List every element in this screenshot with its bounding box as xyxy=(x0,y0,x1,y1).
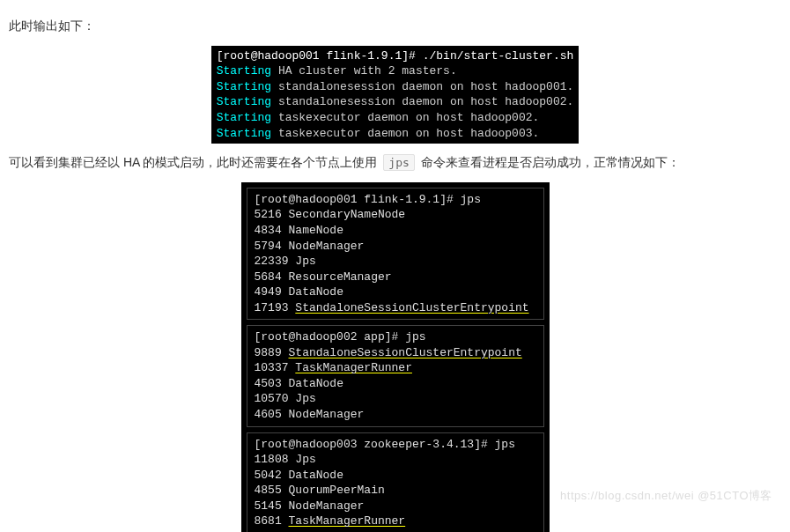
terminal-output-1-wrap: [root@hadoop001 flink-1.9.1]# ./bin/star… xyxy=(9,46,781,144)
jps-line: 8681 TaskManagerRunner xyxy=(255,514,536,529)
jps-line: 9889 StandaloneSessionClusterEntrypoint xyxy=(255,345,536,361)
terminal-line: Starting taskexecutor daemon on host had… xyxy=(217,110,574,126)
process-pid: 10337 xyxy=(255,361,289,374)
terminal-line: Starting HA cluster with 2 masters. xyxy=(217,63,574,79)
process-pid: 22339 xyxy=(255,255,289,268)
terminal-line-text: standalonesession daemon on host hadoop0… xyxy=(278,95,573,108)
terminal-line-text: HA cluster with 2 masters. xyxy=(278,64,457,78)
starting-keyword: Starting xyxy=(217,111,271,124)
terminal-prompt: [root@hadoop001 flink-1.9.1]# jps xyxy=(255,192,536,208)
process-pid: 11808 xyxy=(255,453,289,466)
process-pid: 4605 xyxy=(255,408,282,421)
process-name: TaskManagerRunner xyxy=(289,514,406,528)
terminal-prompt: [root@hadoop003 zookeeper-3.4.13]# jps xyxy=(255,437,536,453)
jps-line: 5042 DataNode xyxy=(255,468,536,484)
inline-code-jps: jps xyxy=(383,154,414,171)
process-name: Jps xyxy=(295,453,315,466)
terminal-line: Starting standalonesession daemon on hos… xyxy=(217,79,574,95)
process-name: NodeManager xyxy=(289,240,365,253)
jps-line: 4855 QuorumPeerMain xyxy=(255,483,536,499)
starting-keyword: Starting xyxy=(217,95,271,108)
jps-panel-hadoop003: [root@hadoop003 zookeeper-3.4.13]# jps11… xyxy=(247,432,544,532)
jps-line: 10337 TaskManagerRunner xyxy=(255,360,536,376)
process-pid: 4855 xyxy=(255,484,282,497)
process-name: StandaloneSessionClusterEntrypoint xyxy=(289,346,522,359)
terminal-output-2: [root@hadoop001 flink-1.9.1]# jps5216 Se… xyxy=(241,182,550,532)
terminal-line: Starting taskexecutor daemon on host had… xyxy=(217,126,574,142)
mid-text-b: 命令来查看进程是否启动成功，正常情况如下： xyxy=(421,155,680,169)
starting-keyword: Starting xyxy=(217,127,271,140)
process-name: SecondaryNameNode xyxy=(289,208,406,221)
process-name: Jps xyxy=(295,392,315,405)
process-pid: 5684 xyxy=(255,270,282,284)
process-name: ResourceManager xyxy=(289,270,392,284)
jps-line: 17193 StandaloneSessionClusterEntrypoint xyxy=(255,300,536,316)
process-pid: 4949 xyxy=(255,285,282,299)
process-name: NodeManager xyxy=(289,499,365,513)
process-name: StandaloneSessionClusterEntrypoint xyxy=(295,301,528,314)
process-pid: 5145 xyxy=(255,499,282,513)
terminal-line-text: taskexecutor daemon on host hadoop003. xyxy=(278,127,539,140)
jps-line: 5145 NodeManager xyxy=(255,499,536,514)
terminal-prompt: [root@hadoop001 flink-1.9.1]# ./bin/star… xyxy=(217,48,574,64)
process-pid: 5794 xyxy=(255,240,282,253)
jps-line: 5216 SecondaryNameNode xyxy=(255,207,536,223)
intro-text: 此时输出如下： xyxy=(9,16,781,37)
terminal-output-2-wrap: [root@hadoop001 flink-1.9.1]# jps5216 Se… xyxy=(9,182,781,532)
process-pid: 10570 xyxy=(255,392,289,405)
process-pid: 5216 xyxy=(255,208,282,221)
process-pid: 5042 xyxy=(255,469,282,482)
process-pid: 4834 xyxy=(255,224,282,237)
process-name: NodeManager xyxy=(289,408,365,421)
jps-line: 5794 NodeManager xyxy=(255,239,536,255)
terminal-prompt: [root@hadoop002 app]# jps xyxy=(255,329,536,345)
jps-line: 4605 NodeManager xyxy=(255,407,536,423)
process-name: Jps xyxy=(295,255,315,268)
process-pid: 17193 xyxy=(255,301,289,314)
process-pid: 8681 xyxy=(255,514,282,528)
jps-line: 4503 DataNode xyxy=(255,376,536,392)
terminal-line: Starting standalonesession daemon on hos… xyxy=(217,94,574,110)
process-name: DataNode xyxy=(289,377,343,390)
mid-paragraph: 可以看到集群已经以 HA 的模式启动，此时还需要在各个节点上使用 jps 命令来… xyxy=(9,152,781,174)
jps-line: 22339 Jps xyxy=(255,254,536,270)
terminal-output-1: [root@hadoop001 flink-1.9.1]# ./bin/star… xyxy=(211,46,580,144)
jps-panel-hadoop002: [root@hadoop002 app]# jps9889 Standalone… xyxy=(247,325,544,426)
process-name: NameNode xyxy=(289,224,343,237)
process-name: QuorumPeerMain xyxy=(289,484,385,497)
starting-keyword: Starting xyxy=(217,80,271,93)
jps-line: 4949 DataNode xyxy=(255,284,536,300)
jps-panel-hadoop001: [root@hadoop001 flink-1.9.1]# jps5216 Se… xyxy=(247,188,544,320)
process-name: TaskManagerRunner xyxy=(295,361,412,374)
terminal-line-text: taskexecutor daemon on host hadoop002. xyxy=(278,111,539,124)
process-pid: 9889 xyxy=(255,346,282,359)
jps-line: 11808 Jps xyxy=(255,452,536,468)
process-name: DataNode xyxy=(289,469,343,482)
mid-text-a: 可以看到集群已经以 HA 的模式启动，此时还需要在各个节点上使用 xyxy=(9,155,380,169)
process-pid: 4503 xyxy=(255,377,282,390)
terminal-line-text: standalonesession daemon on host hadoop0… xyxy=(278,80,573,93)
process-name: DataNode xyxy=(289,285,343,299)
jps-line: 10570 Jps xyxy=(255,391,536,407)
jps-line: 5684 ResourceManager xyxy=(255,270,536,285)
jps-line: 4834 NameNode xyxy=(255,223,536,239)
starting-keyword: Starting xyxy=(217,64,271,78)
